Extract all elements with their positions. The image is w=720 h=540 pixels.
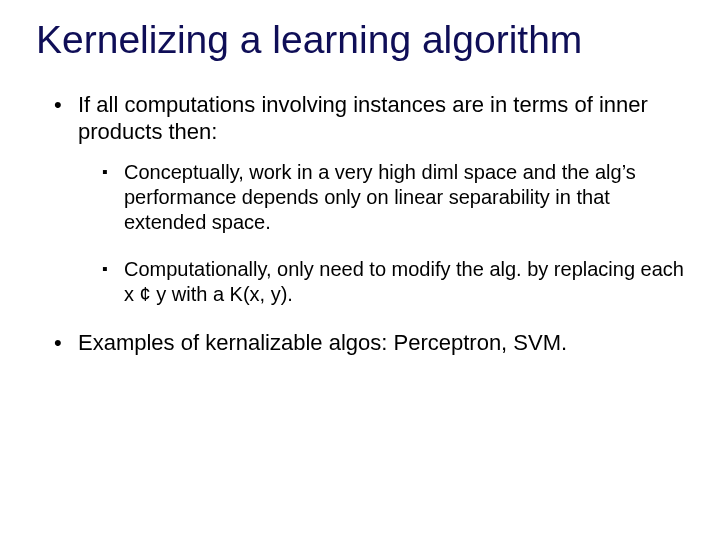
bullet-intro: If all computations involving instances … xyxy=(54,91,684,307)
sub-bullet-2-text: Computationally, only need to modify the… xyxy=(124,258,684,305)
bullet-examples-text: Examples of kernalizable algos: Perceptr… xyxy=(78,330,567,355)
sub-bullet-1: Conceptually, work in a very high diml s… xyxy=(102,160,684,235)
sub-bullet-1-text: Conceptually, work in a very high diml s… xyxy=(124,161,636,233)
sub-bullet-list: Conceptually, work in a very high diml s… xyxy=(78,160,684,307)
slide: Kernelizing a learning algorithm If all … xyxy=(0,0,720,540)
bullet-intro-text: If all computations involving instances … xyxy=(78,92,648,145)
slide-title: Kernelizing a learning algorithm xyxy=(36,18,684,63)
sub-bullet-2: Computationally, only need to modify the… xyxy=(102,257,684,307)
bullet-list: If all computations involving instances … xyxy=(36,91,684,357)
bullet-examples: Examples of kernalizable algos: Perceptr… xyxy=(54,329,684,357)
